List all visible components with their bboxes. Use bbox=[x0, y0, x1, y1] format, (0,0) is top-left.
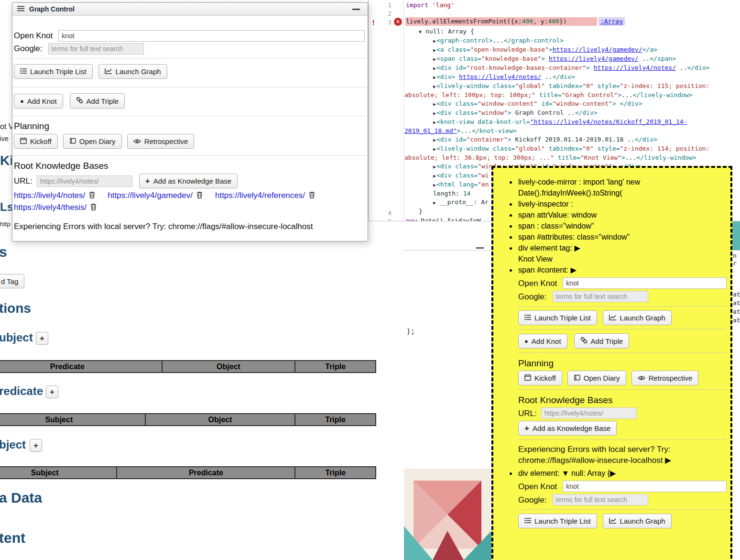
inspector-text: ▶ bbox=[433, 164, 436, 169]
table-header: Triple bbox=[295, 414, 376, 426]
inspector-line[interactable]: ▶<knot-view data-knot-url="https://livel… bbox=[404, 118, 740, 127]
retrospective-button[interactable]: Retrospective bbox=[631, 371, 699, 385]
kickoff-button[interactable]: Kickoff bbox=[14, 134, 58, 149]
open-knot-input[interactable] bbox=[58, 30, 365, 42]
launch-triple-list-button[interactable]: Launch Triple List bbox=[518, 514, 597, 528]
knowledge-base-link[interactable]: https://lively4/thesis/ bbox=[14, 203, 87, 212]
inspector-text: <div class= bbox=[436, 172, 478, 179]
trash-icon[interactable] bbox=[89, 203, 98, 212]
launch-graph-button[interactable]: Launch Graph bbox=[603, 310, 672, 325]
inspector-line[interactable]: ▶<lively-window class="global" tabindex=… bbox=[404, 144, 740, 154]
knowledge-base-link[interactable]: https://lively4/notes/ bbox=[14, 191, 85, 200]
kickoff-button[interactable]: Kickoff bbox=[518, 371, 562, 385]
inspector-line[interactable]: 2019_01_18.md">...</knot-view> bbox=[404, 127, 740, 135]
launch-triple-list-button[interactable]: Launch Triple List bbox=[518, 310, 597, 325]
open-diary-button[interactable]: Open Diary bbox=[63, 134, 122, 149]
window-menu-icon[interactable] bbox=[17, 5, 24, 13]
window-titlebar[interactable]: Graph Control bbox=[12, 3, 368, 16]
line-number: 2 bbox=[369, 10, 392, 18]
add-triple-button[interactable]: Add Triple bbox=[574, 333, 630, 349]
inspector-line[interactable]: ▶<graph-control>...</graph-control> bbox=[404, 36, 740, 45]
open-diary-button[interactable]: Open Diary bbox=[567, 371, 626, 385]
inspector-text: 14 bbox=[463, 190, 471, 197]
inspector-text: "wi bbox=[478, 172, 489, 179]
root-kb-heading: Root Knowledge Bases bbox=[14, 161, 109, 171]
inspector-line[interactable]: ▶<div id="container"> Kickoff 2019.01.14… bbox=[404, 135, 740, 144]
url-input[interactable] bbox=[37, 176, 132, 187]
table-header: Triple bbox=[295, 361, 376, 373]
google-search-input[interactable] bbox=[553, 494, 648, 505]
open-knot-row: Open Knot bbox=[518, 277, 727, 289]
divider bbox=[12, 155, 368, 156]
section-heading-fragment: redicate bbox=[0, 384, 43, 398]
add-row-button[interactable]: + bbox=[30, 439, 42, 452]
launch-buttons-row: Launch Triple List Launch Graph bbox=[14, 64, 365, 79]
inspector-link[interactable]: 2019_01_18.md" bbox=[404, 127, 457, 134]
page-fragment: at bbox=[733, 291, 740, 298]
inspector-text: "window-content" bbox=[553, 100, 612, 107]
retrospective-button[interactable]: Retrospective bbox=[127, 134, 195, 149]
google-label: Google: bbox=[518, 494, 547, 505]
launch-triple-list-button[interactable]: Launch Triple List bbox=[14, 64, 93, 79]
inspector-text: > bbox=[621, 154, 625, 161]
add-triple-button[interactable]: Add Triple bbox=[70, 93, 125, 109]
inspector-line[interactable]: ▶<div id="root-knowledge-bases-container… bbox=[404, 64, 740, 73]
inspector-text: </div> bbox=[553, 73, 575, 80]
url-row: URL: + Add as Knowledge Base bbox=[14, 174, 365, 188]
inspector-line[interactable]: ▶<div class="window-content" id="window-… bbox=[404, 99, 740, 109]
inspector-text: <div class= bbox=[436, 109, 478, 116]
add-tag-button[interactable]: d Tag bbox=[0, 274, 24, 288]
trash-icon[interactable] bbox=[196, 191, 204, 200]
window-minimize-button[interactable] bbox=[352, 9, 360, 10]
window-minimize-button[interactable] bbox=[476, 247, 484, 249]
knowledge-base-link[interactable]: https://lively4/gamedev/ bbox=[108, 191, 193, 200]
table-header: Subject bbox=[0, 467, 117, 479]
inspector-link[interactable]: https://lively4/notes/ bbox=[459, 73, 541, 80]
inspector-text: title= bbox=[554, 154, 580, 161]
url-input[interactable] bbox=[541, 407, 637, 419]
code-line-3: lively.allElementsFromPoint({x:400, y:40… bbox=[406, 17, 567, 26]
inspector-text: ▶ bbox=[433, 120, 436, 125]
inspector-text: > bbox=[618, 91, 621, 99]
inspector-line[interactable]: ▶<div class="window"> Graph Control ..</… bbox=[404, 109, 740, 118]
add-row-button[interactable]: + bbox=[36, 332, 48, 345]
array-result-link[interactable]: :Array bbox=[599, 17, 625, 26]
add-knot-button[interactable]: ● Add Knot bbox=[14, 94, 63, 109]
inspector-line[interactable]: absolute; left: 100px; top: 100px;" titl… bbox=[404, 91, 740, 99]
open-knot-input[interactable] bbox=[563, 481, 727, 492]
inspector-link[interactable]: https://lively4/gamedev/ bbox=[549, 55, 639, 62]
inspector-text: ▶ bbox=[433, 146, 436, 152]
inspector-line[interactable]: ▶<a class="open-knowledge-base">https://… bbox=[404, 45, 740, 55]
inspector-link[interactable]: https://lively4/gamedev/ bbox=[553, 46, 642, 53]
open-knot-input[interactable] bbox=[563, 277, 727, 289]
trash-icon[interactable] bbox=[88, 191, 96, 200]
google-search-input[interactable] bbox=[553, 291, 648, 302]
inspector-line[interactable]: ▼ null: Array { bbox=[404, 27, 740, 36]
error-hint: Experiencing Errors with local server? T… bbox=[518, 444, 727, 466]
launch-graph-button[interactable]: Launch Graph bbox=[603, 514, 672, 528]
page-fragment: Ki bbox=[0, 153, 12, 168]
stage: d Tag ot ViveKiLshttpstionsubject+redica… bbox=[0, 0, 740, 560]
divider bbox=[518, 329, 727, 329]
trash-icon[interactable] bbox=[308, 191, 316, 200]
add-row-button[interactable]: + bbox=[46, 385, 58, 398]
link-icon bbox=[580, 337, 588, 345]
launch-graph-button[interactable]: Launch Graph bbox=[98, 64, 167, 79]
add-knowledge-base-button[interactable]: + Add as Knowledge Base bbox=[518, 421, 617, 436]
inspector-text: "window" bbox=[478, 109, 508, 116]
add-knowledge-base-button[interactable]: + Add as Knowledge Base bbox=[139, 174, 238, 188]
book-icon bbox=[69, 137, 76, 145]
knowledge-base-link[interactable]: https://lively4/references/ bbox=[215, 191, 305, 200]
inspector-line[interactable]: ▶<span class="knowledge-base"> https://l… bbox=[404, 55, 740, 64]
planning-buttons-row: Kickoff Open Diary Retrospective bbox=[14, 134, 365, 149]
google-search-input[interactable] bbox=[48, 43, 144, 55]
table-header: Triple bbox=[295, 467, 376, 479]
inspector-link[interactable]: https://lively4/notes/ bbox=[594, 64, 676, 71]
divider bbox=[12, 116, 368, 116]
inspector-line[interactable]: absolute; left: 36.8px; top: 300px; ..."… bbox=[404, 154, 740, 162]
chart-icon bbox=[609, 517, 617, 525]
inspector-link[interactable]: "https://lively4/notes/Kickoff_2019_01_1… bbox=[530, 118, 687, 125]
add-knot-button[interactable]: ● Add Knot bbox=[518, 334, 567, 349]
inspector-line[interactable]: ▶<lively-window class="global" tabindex=… bbox=[404, 82, 740, 91]
inspector-line[interactable]: ▶<div> https://lively4/notes/ ..</div> bbox=[404, 73, 740, 82]
